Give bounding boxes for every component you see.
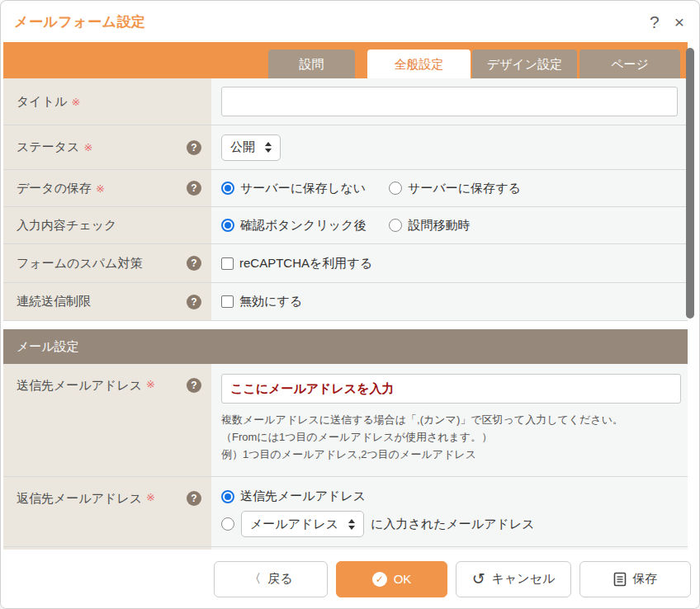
reply-option-suffix: に入力されたメールアドレス bbox=[371, 517, 535, 532]
checkbox-disable[interactable]: 無効にする bbox=[221, 294, 302, 309]
radio-icon bbox=[221, 219, 234, 232]
undo-icon: ↺ bbox=[472, 571, 485, 587]
tab-questions[interactable]: 設問 bbox=[268, 50, 355, 78]
dialog-body: 設問 全般設定 デザイン設定 ページ タイトル ※ ステータス ※ ? bbox=[3, 42, 688, 551]
radio-no-server-save[interactable]: サーバーに保存しない bbox=[221, 181, 366, 196]
mail-to-label: 送信先メールアドレス ※ ? bbox=[3, 364, 211, 476]
mail-settings-section-header: メール設定 bbox=[3, 329, 688, 364]
select-arrows-icon bbox=[348, 519, 355, 530]
status-help-icon[interactable]: ? bbox=[187, 140, 201, 155]
save-button[interactable]: 保存 bbox=[579, 561, 691, 597]
rapid-submit-label: 連続送信制限 ? bbox=[3, 283, 211, 320]
required-mark: ※ bbox=[96, 182, 105, 195]
titlebar-icons: ? × bbox=[650, 13, 684, 31]
data-save-help-icon[interactable]: ? bbox=[187, 181, 201, 196]
title-input[interactable] bbox=[221, 87, 678, 116]
radio-check-on-move[interactable]: 設問移動時 bbox=[389, 218, 470, 234]
scrollbar-thumb[interactable] bbox=[686, 48, 694, 319]
required-mark: ※ bbox=[71, 96, 80, 108]
ok-button[interactable]: ✓ OK bbox=[336, 561, 447, 597]
required-mark: ※ bbox=[83, 141, 92, 153]
radio-server-save[interactable]: サーバーに保存する bbox=[389, 181, 521, 196]
reply-to-label: 返信先メールアドレス ※ ? bbox=[3, 477, 211, 546]
select-arrows-icon bbox=[265, 142, 272, 153]
row-title: タイトル ※ bbox=[3, 78, 688, 125]
check-circle-icon: ✓ bbox=[372, 572, 387, 587]
status-select[interactable]: 公開 bbox=[221, 135, 281, 161]
tab-bar: 設問 全般設定 デザイン設定 ページ bbox=[3, 42, 688, 78]
close-icon[interactable]: × bbox=[674, 13, 684, 31]
reply-field-select[interactable]: メールアドレス bbox=[241, 511, 364, 537]
rapid-help-icon[interactable]: ? bbox=[187, 295, 201, 309]
tab-design-settings[interactable]: デザイン設定 bbox=[472, 50, 577, 78]
radio-icon bbox=[221, 490, 234, 503]
checkbox-icon bbox=[221, 257, 234, 270]
mail-to-helper-text: 複数メールアドレスに送信する場合は「,(カンマ)」で区切って入力してください。 … bbox=[221, 411, 681, 463]
radio-icon bbox=[221, 182, 234, 195]
checkbox-recaptcha[interactable]: reCAPTCHAを利用する bbox=[221, 256, 372, 271]
help-icon[interactable]: ? bbox=[650, 13, 660, 31]
mail-form-settings-dialog: メールフォーム設定 ? × 設問 全般設定 デザイン設定 ページ タイトル ※ … bbox=[0, 0, 700, 609]
radio-icon bbox=[221, 517, 234, 531]
mail-to-input[interactable] bbox=[221, 374, 681, 404]
tab-pages[interactable]: ページ bbox=[579, 50, 680, 78]
spam-label: フォームのスパム対策 ? bbox=[3, 244, 211, 282]
required-mark: ※ bbox=[146, 491, 155, 503]
row-data-save: データの保存 ※ ? サーバーに保存しない サーバーに保存する bbox=[3, 170, 688, 207]
row-mail-to: 送信先メールアドレス ※ ? 複数メールアドレスに送信する場合は「,(カンマ)」… bbox=[3, 364, 688, 477]
tab-general-settings[interactable]: 全般設定 bbox=[367, 50, 471, 78]
input-check-label: 入力内容チェック bbox=[3, 207, 211, 243]
dialog-title: メールフォーム設定 bbox=[14, 12, 146, 31]
checkbox-icon bbox=[221, 295, 234, 308]
status-label: ステータス ※ ? bbox=[3, 125, 211, 169]
footer-actions: 〈 戻る ✓ OK ↺ キャンセル 保存 bbox=[1, 550, 699, 608]
row-status: ステータス ※ ? 公開 bbox=[3, 125, 688, 170]
spam-help-icon[interactable]: ? bbox=[187, 256, 201, 271]
data-save-label: データの保存 ※ ? bbox=[3, 170, 211, 206]
radio-icon bbox=[389, 219, 402, 232]
mail-to-help-icon[interactable]: ? bbox=[187, 378, 201, 393]
required-mark: ※ bbox=[146, 378, 155, 390]
section-gap bbox=[3, 321, 688, 329]
row-rapid-submit: 連続送信制限 ? 無効にする bbox=[3, 283, 688, 321]
cancel-button[interactable]: ↺ キャンセル bbox=[456, 561, 571, 597]
reply-to-help-icon[interactable]: ? bbox=[187, 491, 201, 506]
radio-check-on-confirm[interactable]: 確認ボタンクリック後 bbox=[221, 218, 366, 234]
radio-reply-same-as-to[interactable]: 送信先メールアドレス bbox=[221, 489, 366, 504]
save-document-icon bbox=[613, 572, 627, 587]
titlebar: メールフォーム設定 ? × bbox=[1, 1, 699, 42]
row-input-check: 入力内容チェック 確認ボタンクリック後 設問移動時 bbox=[3, 207, 688, 244]
radio-reply-from-field[interactable] bbox=[221, 517, 234, 531]
row-reply-to: 返信先メールアドレス ※ ? 送信先メールアドレス メールアドレス bbox=[3, 477, 688, 547]
radio-icon bbox=[389, 182, 402, 195]
chevron-left-icon: 〈 bbox=[248, 571, 261, 587]
back-button[interactable]: 〈 戻る bbox=[214, 561, 328, 597]
row-spam: フォームのスパム対策 ? reCAPTCHAを利用する bbox=[3, 244, 688, 283]
title-label: タイトル ※ bbox=[3, 78, 211, 125]
